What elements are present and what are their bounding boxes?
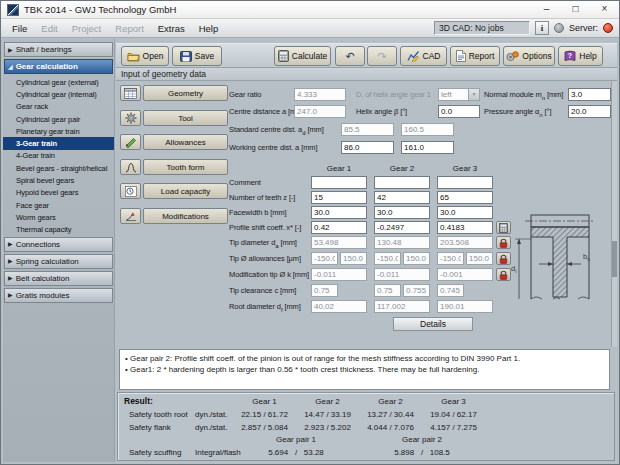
sidebar-section-gratis-modules[interactable]: ▶Gratis modules	[4, 288, 113, 303]
app-logo-icon	[7, 4, 19, 16]
tooth-form-tab-button[interactable]: Tooth form	[143, 159, 228, 175]
open-button[interactable]: Open	[121, 46, 169, 66]
scuffing-pair1-value: 5.694 / 53.28	[233, 448, 359, 457]
save-button[interactable]: Save	[172, 46, 222, 66]
tool-icon-button[interactable]	[120, 110, 141, 126]
load-capacity-tab-button[interactable]: Load capacity	[143, 183, 228, 199]
sidebar-item-label: Cylindrical gear (external)	[16, 78, 99, 87]
root-diameter-gear1-input	[311, 300, 367, 313]
safety-flank-label: Safety flank	[129, 423, 171, 432]
label-post: [mm]	[282, 302, 300, 311]
sidebar-item-gear-rack[interactable]: Gear rack	[3, 101, 114, 113]
working-centre-dist-2-input[interactable]	[401, 141, 454, 154]
modifications-icon-button[interactable]	[120, 208, 141, 224]
label-post: [°]	[543, 107, 552, 116]
menu-report: Report	[108, 23, 151, 34]
flank-value: 4.044 / 7.076	[359, 423, 422, 432]
tip-clearance-gear2a-input	[374, 284, 401, 297]
sidebar-item-label: Thermal capacity	[16, 225, 72, 234]
profile-shift-gear1-input[interactable]	[311, 221, 367, 234]
geometry-tab-label: Geometry	[168, 89, 203, 98]
safety-tooth-root-label: Safety tooth root	[129, 410, 188, 419]
menu-file[interactable]: File	[5, 23, 34, 34]
tool-tab-label: Tool	[178, 114, 193, 123]
allowances-tab-button[interactable]: Allowances	[143, 134, 228, 150]
allowances-tab-label: Allowances	[165, 138, 205, 147]
tip-clearance-gear3-input	[437, 284, 464, 297]
comment-gear3-input[interactable]	[437, 176, 493, 189]
pressure-angle-input[interactable]	[568, 105, 611, 118]
allowances-icon-button[interactable]	[120, 134, 141, 150]
helix-angle-input[interactable]	[438, 105, 480, 118]
form-scrollbar[interactable]	[611, 81, 617, 347]
sidebar-section-spring-calculation[interactable]: ▶Spring calculation	[4, 254, 113, 269]
sidebar-item-hypoid-bevel-gears[interactable]: Hypoid bevel gears	[3, 187, 114, 199]
sidebar-section-belt-calculation[interactable]: ▶Belt calculation	[4, 271, 113, 286]
report-button[interactable]: Report	[450, 46, 500, 66]
sidebar-section-shaft-bearings[interactable]: ▶Shaft / bearings	[4, 42, 113, 57]
standard-centre-dist-1-input	[341, 123, 394, 136]
menu-extras[interactable]: Extras	[151, 23, 192, 34]
sidebar-item-label: Bevel gears - straight/helical	[16, 164, 107, 173]
close-button[interactable]: ×	[590, 1, 619, 18]
comment-gear1-input[interactable]	[311, 176, 367, 189]
modifications-tab-button[interactable]: Modifications	[143, 208, 228, 224]
sidebar-item-spiral-bevel-gears[interactable]: Spiral bevel gears	[3, 174, 114, 186]
main-panel: Open Save Calculate ↶ ↷ CAD Report Optio…	[116, 39, 617, 462]
sidebar-item-label: Spiral bevel gears	[16, 176, 74, 185]
facewidth-gear2-input[interactable]	[374, 206, 430, 219]
tool-tab-button[interactable]: Tool	[143, 110, 228, 126]
sidebar-item-cylindrical-gear-pair[interactable]: Cylindrical gear pair	[3, 113, 114, 125]
tooth-form-icon-button[interactable]	[120, 159, 141, 175]
normal-module-input[interactable]	[568, 88, 611, 101]
load-capacity-icon-button[interactable]	[120, 183, 141, 199]
sidebar-item-planetary-gear-train[interactable]: Planetary gear train	[3, 125, 114, 137]
menu-help[interactable]: Help	[192, 23, 226, 34]
sidebar-item-face-gear[interactable]: Face gear	[3, 199, 114, 211]
profile-shift-gear2-input[interactable]	[374, 221, 430, 234]
sidebar-item-thermal-capacity[interactable]: Thermal capacity	[3, 224, 114, 236]
comment-gear2-input[interactable]	[374, 176, 430, 189]
sidebar-item-cylindrical-gear-external[interactable]: Cylindrical gear (external)	[3, 76, 114, 88]
details-button[interactable]: Details	[393, 317, 473, 331]
pencil-icon	[125, 137, 137, 148]
sidebar: ▶Shaft / bearings ◢Gear calculation Cyli…	[3, 39, 115, 462]
cad-button[interactable]: CAD	[400, 46, 447, 66]
calculate-button[interactable]: Calculate	[274, 46, 331, 66]
sidebar-section-connections[interactable]: ▶Connections	[4, 237, 113, 252]
facewidth-gear3-input[interactable]	[437, 206, 493, 219]
sidebar-section-label: Connections	[16, 240, 60, 249]
cad-label: CAD	[423, 51, 441, 61]
teeth-gear1-input[interactable]	[311, 191, 367, 204]
clock-icon	[125, 186, 137, 197]
undo-button[interactable]: ↶	[335, 46, 365, 66]
geometry-tab-button[interactable]: Geometry	[143, 85, 228, 101]
facewidth-gear1-input[interactable]	[311, 206, 367, 219]
scrollbar-thumb[interactable]	[612, 241, 617, 277]
geometry-form: Geometry Tool Allowances Tooth form Load…	[116, 81, 617, 347]
modification-gear1-input	[311, 268, 367, 281]
geometry-icon-button[interactable]	[120, 85, 141, 101]
help-label: Help	[579, 51, 596, 61]
options-button[interactable]: Options	[503, 46, 555, 66]
sidebar-item-4-gear-train[interactable]: 4-Gear train	[3, 150, 114, 162]
teeth-gear3-input[interactable]	[437, 191, 493, 204]
modification-chart-icon	[125, 211, 137, 222]
server-label: Server:	[569, 23, 598, 33]
gear-ratio-input	[294, 88, 346, 101]
working-centre-dist-1-input[interactable]	[341, 141, 394, 154]
toolbar: Open Save Calculate ↶ ↷ CAD Report Optio…	[116, 43, 617, 68]
maximize-button[interactable]: □	[561, 1, 590, 18]
sidebar-item-bevel-gears[interactable]: Bevel gears - straight/helical	[3, 162, 114, 174]
info-button[interactable]: i	[535, 21, 549, 35]
minimize-button[interactable]: –	[532, 1, 561, 18]
collapsed-arrow-icon: ▶	[8, 292, 13, 298]
sidebar-section-gear-calculation[interactable]: ◢Gear calculation	[4, 59, 113, 74]
sidebar-item-3-gear-train[interactable]: 3-Gear train	[3, 137, 114, 149]
details-label: Details	[420, 319, 446, 329]
teeth-gear2-input[interactable]	[374, 191, 430, 204]
sidebar-item-worm-gears[interactable]: Worm gears	[3, 211, 114, 223]
sidebar-item-cylindrical-gear-internal[interactable]: Cylindrical gear (internal)	[3, 88, 114, 100]
help-button[interactable]: ?Help	[558, 46, 603, 66]
profile-shift-gear3-input[interactable]	[437, 221, 493, 234]
